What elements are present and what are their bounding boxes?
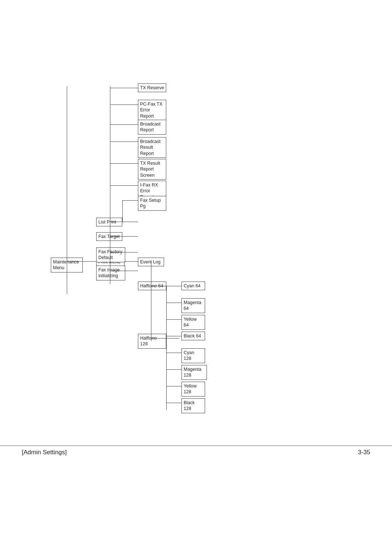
hline-to-tx-result	[110, 163, 138, 164]
hline-to-list-print	[110, 222, 138, 222]
box-cyan-64: Cyan 64	[181, 282, 205, 290]
hline-to-broadcast-report	[110, 124, 138, 125]
vline-h128-spine	[166, 338, 167, 410]
box-black-128: Black 128	[181, 398, 205, 413]
vline-list-print-branch	[122, 200, 123, 222]
box-fax-setup-pg: Fax Setup Pg	[138, 196, 166, 211]
footer-right-text: 3-35	[358, 449, 370, 456]
box-broadcast-result-report: Broadcast Result Report	[138, 137, 166, 158]
hline-to-magenta-64	[166, 303, 181, 303]
box-pc-fax-tx-error-report: PC-Fax TX Error Report	[138, 100, 166, 120]
vline-third-spine	[151, 261, 151, 341]
box-halftone-128: Halftone 128	[138, 334, 166, 349]
hline-to-magenta-128	[166, 369, 181, 370]
hline-to-pc-fax	[110, 104, 138, 105]
hline-to-i-fax	[110, 185, 138, 186]
hline-print-to-event	[124, 261, 138, 262]
hline-to-yellow-128	[166, 386, 181, 386]
box-yellow-128: Yellow 128	[181, 382, 205, 397]
hline-to-fax-image	[110, 271, 138, 271]
hline-to-fax-target	[110, 236, 138, 237]
hline-to-fax-factory	[110, 252, 138, 253]
box-tx-result-report-screen: TX Result Report Screen	[138, 159, 166, 180]
box-fax-image-initializing: Fax Image initializing	[96, 266, 125, 280]
box-list-print: List Print	[96, 218, 122, 226]
hline-to-yellow-64	[166, 319, 181, 320]
box-magenta-64: Magenta 64	[181, 298, 205, 313]
hline-list-to-fax-setup	[122, 200, 138, 201]
box-magenta-128: Magenta 128	[181, 365, 207, 380]
footer-left-text: [Admin Settings]	[22, 449, 67, 456]
hline-to-tx-reserve	[110, 88, 138, 88]
vline-h64-spine	[166, 286, 167, 340]
hline-to-cyan-64	[166, 286, 181, 286]
vline-main-spine	[67, 86, 67, 294]
hline-to-black-64	[166, 336, 181, 336]
hline-to-cyan-128	[166, 353, 181, 353]
hline-to-print-menu	[67, 261, 96, 262]
box-broadcast-report: Broadcast Report	[138, 120, 166, 135]
hline-to-black-128	[166, 403, 181, 403]
hline-to-broadcast-result	[110, 141, 138, 142]
box-yellow-64: Yellow 64	[181, 315, 205, 330]
hline-to-halftone-128	[151, 338, 179, 338]
box-cyan-128: Cyan 128	[181, 348, 205, 363]
footer: [Admin Settings] 3-35	[0, 446, 392, 456]
box-fax-factory-default: Fax Factory Default	[96, 247, 125, 262]
box-black-64: Black 64	[181, 332, 205, 340]
box-fax-target: Fax Target	[96, 232, 122, 241]
box-tx-reserve: TX Reserve	[138, 83, 166, 92]
